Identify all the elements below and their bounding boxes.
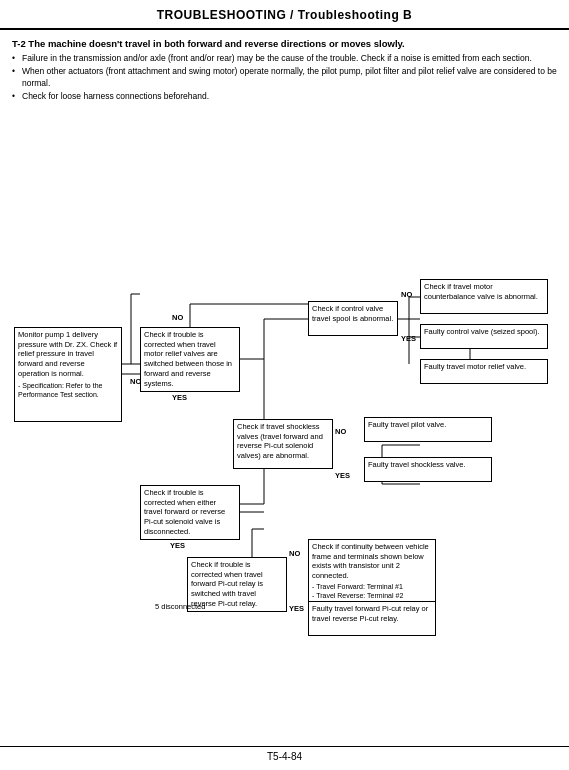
page: TROUBLESHOOTING / Troubleshooting B T-2 … (0, 0, 569, 770)
box-pi-cut-disconnect: Check if trouble is corrected when eithe… (140, 485, 240, 540)
flowchart: Monitor pump 1 delivery pressure with Dr… (12, 109, 557, 639)
box-monitor-pump: Monitor pump 1 delivery pressure with Dr… (14, 327, 122, 422)
section-title: T-2 The machine doesn't travel in both f… (12, 38, 557, 49)
box-faulty-shockless-text: Faulty travel shockless valve. (368, 460, 488, 470)
label-yes2: YES (401, 334, 416, 343)
label-yes4: YES (170, 541, 185, 550)
page-footer: T5-4-84 (0, 746, 569, 762)
label-no5: NO (289, 549, 300, 558)
box-faulty-pi-cut-text: Faulty travel forward Pi-cut relay or tr… (312, 604, 432, 624)
bullet-2: When other actuators (front attachment a… (12, 66, 557, 89)
main-content: T-2 The machine doesn't travel in both f… (0, 30, 569, 643)
box-monitor-pump-spec: - Specification: Refer to the Performanc… (18, 381, 118, 399)
page-number: T5-4-84 (267, 751, 302, 762)
label-no2: NO (172, 313, 183, 322)
box-continuity-text: Check if continuity between vehicle fram… (312, 542, 432, 581)
page-header: TROUBLESHOOTING / Troubleshooting B (0, 0, 569, 30)
box-counterbalance: Check if travel motor counterbalance val… (420, 279, 548, 314)
label-yes1: YES (172, 393, 187, 402)
box-faulty-control-text: Faulty control valve (seized spool). (424, 327, 544, 337)
box-faulty-pi-cut: Faulty travel forward Pi-cut relay or tr… (308, 601, 436, 636)
box-shockless-text: Check if travel shockless valves (travel… (237, 422, 329, 461)
box-motor-relief-text: Check if trouble is corrected when trave… (144, 330, 236, 389)
box-faulty-relief-text: Faulty travel motor relief valve. (424, 362, 544, 372)
box-faulty-control: Faulty control valve (seized spool). (420, 324, 548, 349)
box-control-valve: Check if control valve travel spool is a… (308, 301, 398, 336)
box-control-valve-text: Check if control valve travel spool is a… (312, 304, 394, 324)
box-monitor-pump-text: Monitor pump 1 delivery pressure with Dr… (18, 330, 118, 379)
bullet-list: Failure in the transmission and/or axle … (12, 53, 557, 103)
box-faulty-pilot-text: Faulty travel pilot valve. (368, 420, 488, 430)
box-continuity-terminals: - Travel Forward: Terminal #1- Travel Re… (312, 582, 432, 600)
label-no3: NO (401, 290, 412, 299)
title-section: T-2 The machine doesn't travel in both f… (12, 38, 557, 103)
box-pi-cut-disconnect-text: Check if trouble is corrected when eithe… (144, 488, 236, 537)
header-title: TROUBLESHOOTING / Troubleshooting B (157, 8, 413, 22)
box-shockless: Check if travel shockless valves (travel… (233, 419, 333, 469)
box-faulty-shockless: Faulty travel shockless valve. (364, 457, 492, 482)
box-continuity: Check if continuity between vehicle fram… (308, 539, 436, 603)
box-counterbalance-text: Check if travel motor counterbalance val… (424, 282, 544, 302)
label-no4: NO (335, 427, 346, 436)
bullet-1: Failure in the transmission and/or axle … (12, 53, 557, 64)
bullet-3: Check for loose harness connections befo… (12, 91, 557, 102)
box-motor-relief: Check if trouble is corrected when trave… (140, 327, 240, 392)
box-faulty-pilot: Faulty travel pilot valve. (364, 417, 492, 442)
box-faulty-relief: Faulty travel motor relief valve. (420, 359, 548, 384)
label-yes5: YES (289, 604, 304, 613)
disconnected-label: 5 disconnected (155, 602, 205, 611)
label-yes3: YES (335, 471, 350, 480)
